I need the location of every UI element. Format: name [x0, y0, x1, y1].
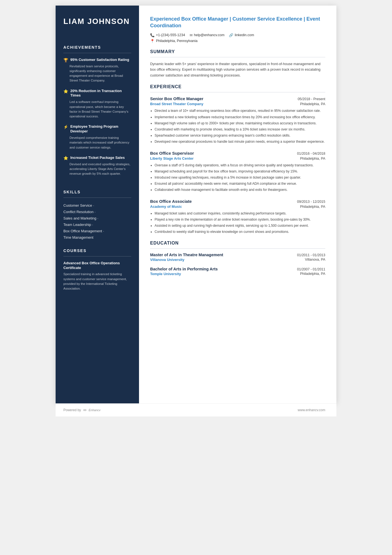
brand-name: Enhancv [89, 408, 101, 412]
job-2-location: Philadelphia, PA [300, 157, 325, 161]
edu-2-degree: Bachelor of Arts in Performing Arts [150, 267, 218, 271]
edu-2-location: Philadelphia, PA [300, 272, 325, 276]
edu-2-school: Temple University [150, 272, 181, 276]
job-1-company: Broad Street Theater Company [150, 102, 203, 106]
professional-headline: Experienced Box Office Manager | Custome… [150, 16, 325, 29]
achievement-3-title: Employee Training Program Developer [70, 124, 131, 134]
edu-1-school: Villanova University [150, 258, 184, 262]
achievement-4-title: Increased Ticket Package Sales [70, 156, 125, 160]
linkedin-url: linkedin.com [235, 33, 254, 37]
edu-1-location: Villanova, PA [305, 258, 325, 262]
achievement-2-desc: Led a software overhaul improving operat… [63, 100, 131, 119]
job-2-bullet-2: Managed scheduling and payroll for the b… [155, 169, 325, 174]
achievements-title: ACHIEVEMENTS [63, 45, 131, 50]
job-1-bullet-3: Managed high volume sales of up to 2000+… [155, 121, 325, 126]
edu-1: Master of Arts in Theatre Management 01/… [150, 253, 325, 262]
edu-2: Bachelor of Arts in Performing Arts 01/2… [150, 267, 325, 276]
email-address: help@enhancv.com [194, 33, 225, 37]
job-1-bullet-5: Spearheaded customer service training pr… [155, 133, 325, 138]
location-row: 📍 Philadelphia, Pennsylvania [150, 39, 325, 43]
job-2-company: Liberty Stage Arts Center [150, 156, 193, 161]
contact-row: 📞 +1-(234)-555-1234 ✉ help@enhancv.com 🔗… [150, 33, 325, 37]
job-3-location: Philadelphia, PA [300, 205, 325, 209]
email-contact: ✉ help@enhancv.com [190, 33, 225, 37]
skills-section: SKILLS Customer Service · Conflict Resol… [63, 182, 131, 241]
achievement-1-title: 95% Customer Satisfaction Rating [70, 58, 129, 62]
education-title: EDUCATION [150, 241, 325, 246]
courses-title: COURSES [63, 248, 131, 253]
job-2-bullet-5: Collaborated with house management to fa… [155, 187, 325, 193]
powered-by-text: Powered by [63, 408, 81, 412]
skills-list: Customer Service · Conflict Resolution ·… [63, 202, 131, 241]
main-content: Experienced Box Office Manager | Custome… [139, 6, 336, 403]
phone-number: +1-(234)-555-1234 [156, 33, 185, 37]
job-1-dates: 05/2018 - Present [298, 97, 325, 101]
job-1-bullet-1: Directed a team of 10+ staff ensuring se… [155, 108, 325, 114]
trophy-icon: 🏆 [63, 58, 68, 62]
footer-left: Powered by ∞ Enhancv [63, 408, 101, 413]
job-3-bullet-3: Assisted in setting up and running high-… [155, 223, 325, 228]
edu-1-degree: Master of Arts in Theatre Management [150, 253, 223, 257]
job-2-bullet-1: Oversaw a staff of 5 during daily operat… [155, 163, 325, 168]
job-1-title: Senior Box Office Manager [150, 96, 204, 101]
job-3-bullet-1: Managed ticket sales and customer inquir… [155, 211, 325, 216]
achievement-4: ⭐ Increased Ticket Package Sales Devised… [63, 156, 131, 176]
experience-title: EXPERIENCE [150, 84, 325, 89]
achievement-3-desc: Developed comprehensive training materia… [63, 135, 131, 150]
job-1-bullet-4: Coordinated with marketing to promote sh… [155, 127, 325, 132]
job-1: Senior Box Office Manager 05/2018 - Pres… [150, 96, 325, 144]
job-3-company: Academy of Music [150, 204, 182, 209]
job-2-bullet-4: Ensured all patrons' accessibility needs… [155, 181, 325, 186]
lightning-icon: ⚡ [63, 125, 68, 129]
location-icon: 📍 [150, 39, 155, 43]
achievements-section: ACHIEVEMENTS 🏆 95% Customer Satisfaction… [63, 37, 131, 182]
achievement-3: ⚡ Employee Training Program Developer De… [63, 124, 131, 150]
job-3-bullet-4: Contributed to weekly staff training to … [155, 229, 325, 235]
achievement-4-desc: Devised and executed upselling strategie… [63, 162, 131, 176]
job-2-dates: 01/2016 - 04/2018 [297, 152, 325, 156]
job-1-bullet-2: Implemented a new ticketing software red… [155, 115, 325, 120]
location-text: Philadelphia, Pennsylvania [156, 39, 197, 43]
edu-2-dates: 01/2007 - 01/2011 [297, 267, 325, 271]
course-1-title: Advanced Box Office Operations Certifica… [63, 261, 131, 270]
courses-section: COURSES Advanced Box Office Operations C… [63, 241, 131, 291]
linkedin-icon: 🔗 [229, 33, 233, 37]
summary-title: SUMMARY [150, 49, 325, 54]
summary-text: Dynamic leader with 5+ years' experience… [150, 61, 325, 78]
achievement-1-desc: Revitalized team service protocols, sign… [63, 64, 131, 83]
achievement-2-title: 20% Reduction in Transaction Times [70, 89, 131, 98]
course-1-desc: Specialized training in advanced ticketi… [63, 272, 131, 291]
skill-5: Box Office Management · [63, 228, 131, 234]
edu-1-dates: 01/2011 - 01/2013 [297, 253, 325, 257]
skill-3: Sales and Marketing · [63, 215, 131, 221]
enhancv-logo-icon: ∞ [83, 408, 86, 413]
achievement-2: ⭐ 20% Reduction in Transaction Times Led… [63, 89, 131, 119]
job-1-location: Philadelphia, PA [300, 102, 325, 106]
sidebar: LIAM JOHNSON ACHIEVEMENTS 🏆 95% Customer… [56, 6, 139, 403]
linkedin-contact: 🔗 linkedin.com [229, 33, 254, 37]
job-2-title: Box Office Supervisor [150, 151, 194, 156]
job-3-dates: 09/2013 - 12/2015 [297, 200, 325, 204]
job-3-bullet-2: Played a key role in the implementation … [155, 217, 325, 222]
footer: Powered by ∞ Enhancv www.enhancv.com [56, 403, 336, 416]
star-icon-1: ⭐ [63, 89, 68, 93]
job-1-bullet-6: Developed new operational procedures to … [155, 139, 325, 144]
skill-1: Customer Service · [63, 202, 131, 209]
email-icon: ✉ [190, 33, 193, 37]
job-2-bullets: Oversaw a staff of 5 during daily operat… [150, 163, 325, 193]
job-3: Box Office Associate 09/2013 - 12/2015 A… [150, 199, 325, 235]
website-url: www.enhancv.com [298, 408, 325, 412]
phone-icon: 📞 [150, 33, 155, 37]
skills-title: SKILLS [63, 190, 131, 194]
job-2: Box Office Supervisor 01/2016 - 04/2018 … [150, 151, 325, 193]
skill-6: Time Management [63, 234, 131, 241]
candidate-name: LIAM JOHNSON [63, 17, 131, 26]
skill-4: Team Leadership · [63, 221, 131, 228]
job-3-bullets: Managed ticket sales and customer inquir… [150, 211, 325, 235]
skill-2: Conflict Resolution · [63, 209, 131, 215]
phone-contact: 📞 +1-(234)-555-1234 [150, 33, 185, 37]
job-1-bullets: Directed a team of 10+ staff ensuring se… [150, 108, 325, 144]
job-3-title: Box Office Associate [150, 199, 192, 204]
star-icon-2: ⭐ [63, 156, 68, 160]
achievement-1: 🏆 95% Customer Satisfaction Rating Revit… [63, 58, 131, 83]
